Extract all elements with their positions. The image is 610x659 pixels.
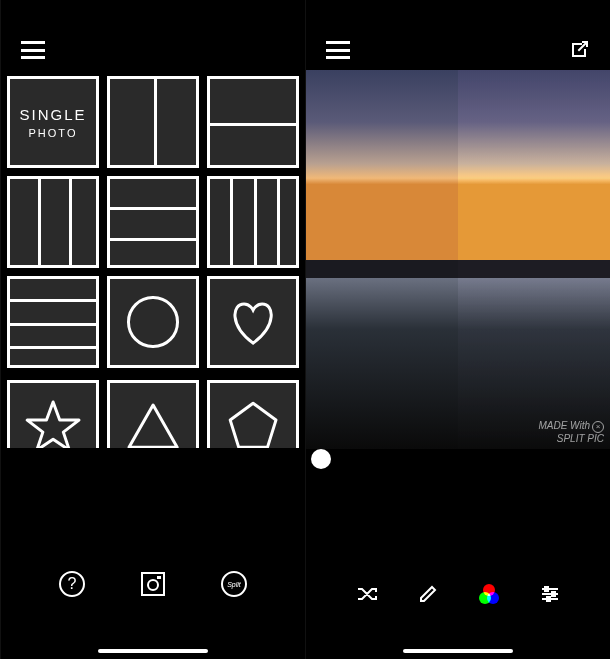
watermark[interactable]: MADE With× SPLIT PIC xyxy=(538,420,604,444)
rgb-icon xyxy=(479,584,499,604)
layout-grid-row4 xyxy=(1,374,305,448)
layout-split-v4[interactable] xyxy=(207,176,299,268)
layout-grid: SINGLE PHOTO xyxy=(1,70,305,374)
edit-button[interactable] xyxy=(413,579,443,609)
heart-icon xyxy=(223,292,283,352)
layout-triangle[interactable] xyxy=(107,380,199,448)
svg-rect-10 xyxy=(545,587,548,591)
menu-icon[interactable] xyxy=(21,41,45,59)
shuffle-button[interactable] xyxy=(352,579,382,609)
circle-icon xyxy=(127,296,179,348)
editor-screen: MADE With× SPLIT PIC xyxy=(305,0,610,659)
svg-rect-12 xyxy=(547,597,550,601)
pentagon-icon xyxy=(223,396,283,448)
header xyxy=(306,0,610,70)
split-photo-canvas[interactable] xyxy=(306,70,610,449)
svg-text:?: ? xyxy=(67,575,76,592)
layout-split-h3[interactable] xyxy=(107,176,199,268)
photo-right-half[interactable] xyxy=(458,70,610,449)
layout-heart[interactable] xyxy=(207,276,299,368)
svg-point-3 xyxy=(148,580,158,590)
bottom-toolbar: ? Split xyxy=(1,529,305,659)
color-button[interactable] xyxy=(474,579,504,609)
editor-toolbar xyxy=(306,449,610,659)
photo-left-half[interactable] xyxy=(306,70,458,449)
svg-rect-11 xyxy=(552,592,555,596)
header xyxy=(1,0,305,70)
layout-split-h2[interactable] xyxy=(207,76,299,168)
split-divider-handle[interactable] xyxy=(311,449,331,469)
layout-selection-screen: SINGLE PHOTO xyxy=(0,0,305,659)
close-watermark-icon[interactable]: × xyxy=(592,421,604,433)
svg-rect-4 xyxy=(157,576,161,579)
logo-button[interactable]: Split xyxy=(219,569,249,599)
svg-text:Split: Split xyxy=(228,581,243,589)
home-indicator[interactable] xyxy=(403,649,513,653)
layout-star[interactable] xyxy=(7,380,99,448)
adjust-button[interactable] xyxy=(535,579,565,609)
layout-circle[interactable] xyxy=(107,276,199,368)
help-button[interactable]: ? xyxy=(57,569,87,599)
layout-single[interactable]: SINGLE PHOTO xyxy=(7,76,99,168)
layout-pentagon[interactable] xyxy=(207,380,299,448)
share-icon[interactable] xyxy=(568,39,590,61)
menu-icon[interactable] xyxy=(326,41,350,59)
home-indicator[interactable] xyxy=(98,649,208,653)
layout-split-v3[interactable] xyxy=(7,176,99,268)
triangle-icon xyxy=(123,396,183,448)
layout-split-v2[interactable] xyxy=(107,76,199,168)
layout-single-label: SINGLE PHOTO xyxy=(19,106,86,139)
layout-split-h4[interactable] xyxy=(7,276,99,368)
camera-button[interactable] xyxy=(138,569,168,599)
star-icon xyxy=(23,396,83,448)
